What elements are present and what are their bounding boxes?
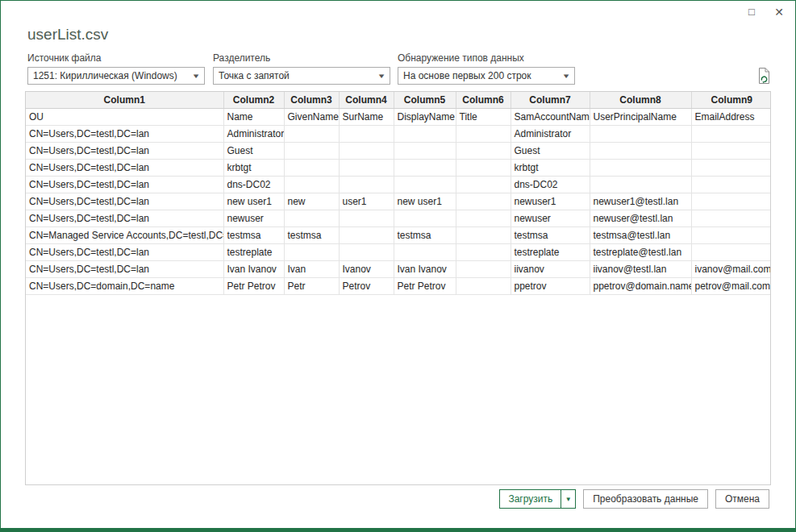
table-cell: testreplate@testl.lan bbox=[590, 244, 691, 261]
table-cell bbox=[691, 193, 771, 210]
type-detection-field: Обнаружение типов данных На основе первы… bbox=[398, 52, 575, 85]
delimiter-value: Точка с запятой bbox=[219, 70, 290, 81]
table-cell bbox=[339, 126, 394, 143]
table-cell bbox=[456, 244, 511, 261]
table-cell: ppetrov bbox=[511, 278, 590, 295]
table-cell bbox=[394, 244, 456, 261]
table-cell: newuser@testl.lan bbox=[590, 210, 691, 227]
table-cell bbox=[394, 160, 456, 177]
table-cell: newuser bbox=[511, 210, 590, 227]
file-origin-select[interactable]: 1251: Кириллическая (Windows) ▼ bbox=[27, 67, 205, 85]
table-cell bbox=[456, 126, 511, 143]
column-header: Column1 bbox=[26, 92, 223, 109]
table-cell bbox=[691, 227, 771, 244]
maximize-button[interactable]: □ bbox=[745, 6, 758, 19]
type-detection-label: Обнаружение типов данных bbox=[398, 52, 575, 64]
table-cell bbox=[456, 143, 511, 160]
table-cell: testmsa@testl.lan bbox=[590, 227, 691, 244]
type-detection-value: На основе первых 200 строк bbox=[403, 70, 531, 81]
table-cell: newuser1 bbox=[511, 193, 590, 210]
table-cell: GivenName bbox=[284, 109, 339, 126]
delimiter-label: Разделитель bbox=[213, 52, 390, 64]
table-cell: testreplate bbox=[223, 244, 284, 261]
table-cell: Ivan Ivanov bbox=[394, 261, 456, 278]
table-cell bbox=[456, 278, 511, 295]
table-cell: CN=Managed Service Accounts,DC=testl,DC=… bbox=[26, 227, 223, 244]
table-cell: ppetrov@domain.name bbox=[590, 278, 691, 295]
table-cell: EmailAddress bbox=[691, 109, 771, 126]
table-cell bbox=[590, 126, 691, 143]
table-cell: testmsa bbox=[284, 227, 339, 244]
refresh-preview-button[interactable] bbox=[756, 67, 772, 85]
table-header-row: Column1Column2Column3Column4Column5Colum… bbox=[26, 92, 771, 109]
load-button[interactable]: Загрузить bbox=[499, 489, 561, 509]
table-cell: krbtgt bbox=[511, 160, 590, 177]
delimiter-select[interactable]: Точка с запятой ▼ bbox=[213, 67, 390, 85]
table-row: CN=Users,DC=domain,DC=namePetr PetrovPet… bbox=[26, 278, 771, 295]
table-cell bbox=[339, 160, 394, 177]
table-cell: CN=Users,DC=testl,DC=lan bbox=[26, 210, 223, 227]
table-cell: Guest bbox=[223, 143, 284, 160]
table-cell: CN=Users,DC=testl,DC=lan bbox=[26, 126, 223, 143]
table-cell bbox=[590, 177, 691, 193]
table-row: CN=Users,DC=testl,DC=landns-DC02dns-DC02 bbox=[26, 177, 771, 193]
table-cell bbox=[394, 143, 456, 160]
csv-import-dialog: □ ✕ userList.csv Источник файла 1251: Ки… bbox=[0, 0, 796, 532]
column-header: Column2 bbox=[223, 92, 284, 109]
column-header: Column8 bbox=[590, 92, 691, 109]
table-cell: Name bbox=[223, 109, 284, 126]
table-cell: iivanov bbox=[511, 261, 590, 278]
table-cell: Ivan Ivanov bbox=[223, 261, 284, 278]
table-row: CN=Users,DC=testl,DC=lantestreplatetestr… bbox=[26, 244, 771, 261]
column-header: Column5 bbox=[394, 92, 456, 109]
table-cell: new user1 bbox=[223, 193, 284, 210]
table-row: OUNameGivenNameSurNameDisplayNameTitleSa… bbox=[26, 109, 771, 126]
table-cell bbox=[284, 177, 339, 193]
chevron-down-icon: ▼ bbox=[561, 73, 570, 80]
data-preview-pane: Column1Column2Column3Column4Column5Colum… bbox=[25, 91, 771, 485]
table-cell: dns-DC02 bbox=[223, 177, 284, 193]
table-cell bbox=[394, 177, 456, 193]
table-cell: user1 bbox=[339, 193, 394, 210]
table-cell: Title bbox=[456, 109, 511, 126]
column-header: Column3 bbox=[284, 92, 339, 109]
file-origin-field: Источник файла 1251: Кириллическая (Wind… bbox=[27, 52, 205, 85]
load-dropdown-arrow[interactable]: ▼ bbox=[561, 489, 576, 509]
table-cell: dns-DC02 bbox=[511, 177, 590, 193]
table-cell: CN=Users,DC=testl,DC=lan bbox=[26, 177, 223, 193]
delimiter-field: Разделитель Точка с запятой ▼ bbox=[213, 52, 390, 85]
table-cell: Petr bbox=[284, 278, 339, 295]
column-header: Column6 bbox=[456, 92, 511, 109]
table-cell: SamAccountName bbox=[511, 109, 590, 126]
load-split-button: Загрузить ▼ bbox=[499, 489, 576, 509]
table-cell bbox=[691, 126, 771, 143]
table-cell: krbtgt bbox=[223, 160, 284, 177]
table-cell bbox=[339, 227, 394, 244]
table-row: CN=Users,DC=testl,DC=lannewusernewuserne… bbox=[26, 210, 771, 227]
table-cell: iivanov@testl.lan bbox=[590, 261, 691, 278]
table-cell bbox=[284, 210, 339, 227]
preview-table: Column1Column2Column3Column4Column5Colum… bbox=[26, 92, 771, 295]
column-header: Column9 bbox=[691, 92, 771, 109]
table-cell: CN=Users,DC=testl,DC=lan bbox=[26, 160, 223, 177]
type-detection-select[interactable]: На основе первых 200 строк ▼ bbox=[398, 67, 575, 85]
file-origin-value: 1251: Кириллическая (Windows) bbox=[33, 70, 177, 81]
chevron-down-icon: ▼ bbox=[191, 73, 200, 80]
close-button[interactable]: ✕ bbox=[773, 6, 786, 19]
table-cell bbox=[590, 143, 691, 160]
table-cell: CN=Users,DC=testl,DC=lan bbox=[26, 244, 223, 261]
table-cell: Administrator bbox=[511, 126, 590, 143]
transform-data-button[interactable]: Преобразовать данные bbox=[583, 489, 708, 509]
cancel-button[interactable]: Отмена bbox=[715, 489, 769, 509]
table-cell: ivanov@mail.com bbox=[691, 261, 771, 278]
column-header: Column4 bbox=[339, 92, 394, 109]
table-cell bbox=[284, 160, 339, 177]
table-cell: Guest bbox=[511, 143, 590, 160]
table-cell: OU bbox=[26, 109, 223, 126]
table-cell bbox=[284, 143, 339, 160]
table-cell bbox=[339, 244, 394, 261]
table-cell: DisplayName bbox=[394, 109, 456, 126]
table-cell: newuser1@testl.lan bbox=[590, 193, 691, 210]
chevron-down-icon: ▼ bbox=[377, 73, 385, 80]
table-cell bbox=[590, 160, 691, 177]
